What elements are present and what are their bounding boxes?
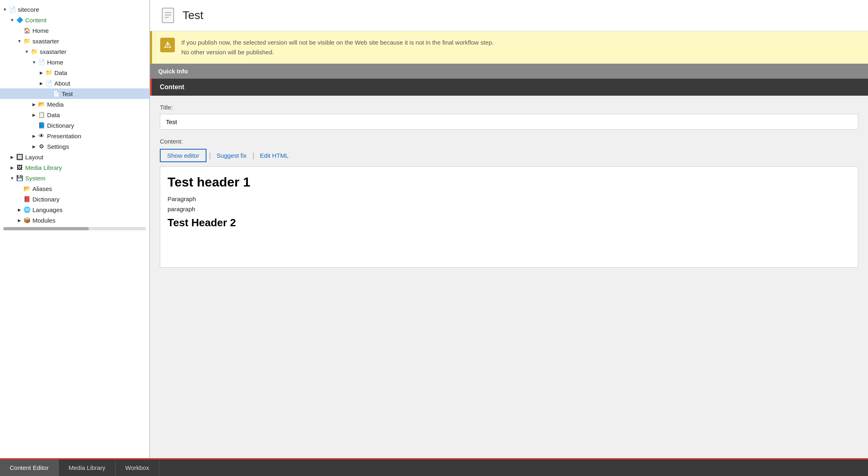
warning-banner: ⚠ If you publish now, the selected versi… xyxy=(150,31,868,64)
tree-arrow-languages xyxy=(16,206,23,213)
tree-label-system: System xyxy=(25,175,45,182)
tree-arrow-content xyxy=(9,17,15,23)
quick-info-section[interactable]: Quick Info xyxy=(150,64,868,79)
tree-arrow-system xyxy=(9,175,15,181)
tree-arrow-sitecore xyxy=(2,6,8,13)
tree-arrow-modules xyxy=(16,217,23,223)
tree-arrow-data2 xyxy=(31,111,37,118)
bottom-tabs: Content EditorMedia LibraryWorkbox xyxy=(0,458,868,476)
tree-icon-data2: 📋 xyxy=(37,111,45,119)
tree-arrow-about xyxy=(38,80,45,86)
tree-icon-dictionary2: 📕 xyxy=(23,195,31,203)
bottom-tab-workbox[interactable]: Workbox xyxy=(116,459,159,476)
tree-label-sitecore: sitecore xyxy=(18,6,39,13)
tree-arrow-settings xyxy=(31,143,37,150)
tree-icon-home1: 🏠 xyxy=(23,26,31,34)
tree-label-data2: Data xyxy=(47,111,60,118)
tree-icon-layout: 🔲 xyxy=(15,153,24,161)
tree-item-sitecore[interactable]: 📄sitecore xyxy=(0,4,149,15)
sidebar: 📄sitecore🔷Content🏠Home📁sxastarter📁sxasta… xyxy=(0,0,150,458)
tree-label-sxastarter1: sxastarter xyxy=(32,38,59,45)
tree-item-aliases[interactable]: 📂Aliases xyxy=(0,183,149,194)
tree-item-content[interactable]: 🔷Content xyxy=(0,15,149,25)
tree-label-dictionary1: Dictionary xyxy=(47,122,74,129)
tree-label-settings: Settings xyxy=(47,143,69,150)
tree-icon-media_library: 🖼 xyxy=(15,163,24,172)
content-section-header: Content xyxy=(150,79,868,96)
tree-icon-media1: 📂 xyxy=(37,100,45,108)
tree-item-media_library[interactable]: 🖼Media Library xyxy=(0,162,149,173)
tree-icon-dictionary1: 📘 xyxy=(37,121,45,129)
tree-icon-sitecore: 📄 xyxy=(8,5,16,13)
tree-icon-about: 📄 xyxy=(45,79,53,87)
tree-item-test[interactable]: 📄Test xyxy=(0,88,149,99)
tree-label-media_library: Media Library xyxy=(25,164,62,171)
tree-item-modules[interactable]: 📦Modules xyxy=(0,215,149,225)
tree-label-sxastarter2: sxastarter xyxy=(40,48,67,55)
tree-arrow-media_library xyxy=(9,164,15,171)
tree-icon-data1: 📁 xyxy=(45,69,53,77)
tree-icon-home2: 📄 xyxy=(37,58,45,66)
form-area: Title: Content: Show editor | Suggest fi… xyxy=(150,96,868,458)
tree-item-home1[interactable]: 🏠Home xyxy=(0,25,149,36)
tree-label-home1: Home xyxy=(32,27,49,34)
content-editor-box[interactable]: Test header 1 Paragraph paragraph Test H… xyxy=(160,166,858,268)
tree-item-sxastarter2[interactable]: 📁sxastarter xyxy=(0,46,149,57)
edit-html-button[interactable]: Edit HTML xyxy=(257,150,292,161)
tree-item-languages[interactable]: 🌐Languages xyxy=(0,204,149,215)
suggest-fix-button[interactable]: Suggest fix xyxy=(213,150,250,161)
warning-text: If you publish now, the selected version… xyxy=(181,38,494,57)
page-title: Test xyxy=(183,9,203,22)
tree-item-media1[interactable]: 📂Media xyxy=(0,99,149,109)
tree-item-data2[interactable]: 📋Data xyxy=(0,109,149,120)
bottom-tab-media-library[interactable]: Media Library xyxy=(59,459,116,476)
tree-item-sxastarter1[interactable]: 📁sxastarter xyxy=(0,36,149,46)
tree-icon-test: 📄 xyxy=(52,90,60,98)
editor-actions: Show editor | Suggest fix | Edit HTML xyxy=(160,149,858,162)
tree-arrow-data1 xyxy=(38,69,45,76)
show-editor-button[interactable]: Show editor xyxy=(160,149,206,162)
tree-item-presentation[interactable]: 👁Presentation xyxy=(0,131,149,141)
tree-icon-system: 💾 xyxy=(15,174,24,182)
content-panel: Test ⚠ If you publish now, the selected … xyxy=(150,0,868,458)
page-icon xyxy=(160,7,176,24)
tree-arrow-sxastarter1 xyxy=(16,38,23,44)
tree-item-home2[interactable]: 📄Home xyxy=(0,57,149,67)
tree-label-content: Content xyxy=(25,17,47,24)
editor-para1: Paragraph xyxy=(168,195,851,202)
editor-para2: paragraph xyxy=(168,206,851,212)
tree-icon-settings: ⚙ xyxy=(37,142,45,150)
tree-item-settings[interactable]: ⚙Settings xyxy=(0,141,149,152)
tree-item-about[interactable]: 📄About xyxy=(0,78,149,88)
content-label: Content: xyxy=(160,138,858,145)
tree-label-home2: Home xyxy=(47,59,63,66)
tree-label-dictionary2: Dictionary xyxy=(32,196,60,203)
tree-arrow-home2 xyxy=(31,59,37,65)
editor-header2: Test Header 2 xyxy=(168,217,851,229)
title-input[interactable] xyxy=(160,114,858,130)
tree-label-presentation: Presentation xyxy=(47,133,81,139)
tree-label-layout: Layout xyxy=(25,154,43,161)
tree-item-system[interactable]: 💾System xyxy=(0,173,149,183)
tree-item-data1[interactable]: 📁Data xyxy=(0,67,149,78)
tree-icon-content: 🔷 xyxy=(15,16,24,24)
tree-arrow-layout xyxy=(9,154,15,160)
tree-arrow-sxastarter2 xyxy=(24,48,30,55)
bottom-tab-content-editor[interactable]: Content Editor xyxy=(0,459,59,476)
tree-label-aliases: Aliases xyxy=(32,185,52,192)
tree-label-media1: Media xyxy=(47,101,64,108)
tree-icon-modules: 📦 xyxy=(23,216,31,224)
scrollbar[interactable] xyxy=(3,227,146,230)
tree-item-dictionary2[interactable]: 📕Dictionary xyxy=(0,194,149,204)
tree-icon-sxastarter1: 📁 xyxy=(23,37,31,45)
tree-item-layout[interactable]: 🔲Layout xyxy=(0,152,149,162)
tree-icon-sxastarter2: 📁 xyxy=(30,47,38,56)
separator-1: | xyxy=(209,151,211,160)
tree-label-modules: Modules xyxy=(32,217,56,224)
tree-label-languages: Languages xyxy=(32,206,62,213)
title-label: Title: xyxy=(160,104,858,111)
tree-item-dictionary1[interactable]: 📘Dictionary xyxy=(0,120,149,131)
tree-label-about: About xyxy=(54,80,70,87)
tree-arrow-presentation xyxy=(31,133,37,139)
tree-icon-aliases: 📂 xyxy=(23,184,31,193)
